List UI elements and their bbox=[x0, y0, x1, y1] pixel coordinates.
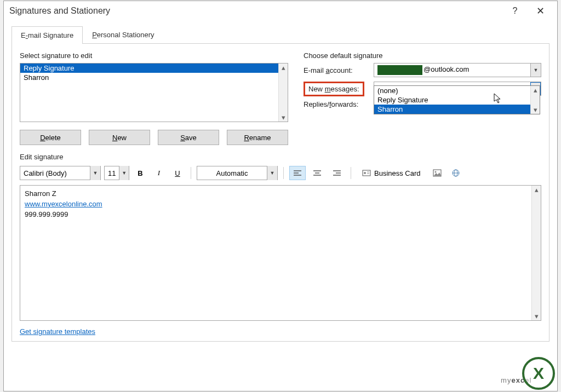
separator bbox=[351, 167, 351, 179]
signatures-dialog: Signatures and Stationery ? ✕ E-mail Sig… bbox=[3, 1, 558, 391]
watermark-badge: X bbox=[522, 357, 555, 390]
format-toolbar: Calibri (Body) ▼ 11 ▼ B I U Automatic ▼ bbox=[20, 164, 541, 182]
new-messages-label: New messages: bbox=[304, 85, 374, 93]
scroll-down-icon[interactable]: ▾ bbox=[282, 113, 285, 122]
scroll-up-icon[interactable]: ▴ bbox=[534, 86, 537, 94]
svg-point-14 bbox=[434, 171, 436, 173]
edit-signature-label: Edit signature bbox=[20, 153, 541, 161]
business-card-button[interactable]: Business Card bbox=[357, 166, 426, 180]
redacted-block bbox=[377, 65, 422, 75]
separator bbox=[191, 167, 191, 179]
signature-editor[interactable]: Sharron Z www.myexcelonline.com 999.999.… bbox=[20, 186, 531, 320]
watermark: myexcel bbox=[501, 364, 532, 388]
business-card-icon bbox=[362, 169, 371, 177]
signature-listbox[interactable]: Reply Signature Sharron ▴ ▾ bbox=[20, 63, 288, 122]
close-button[interactable]: ✕ bbox=[528, 2, 553, 20]
underline-button[interactable]: U bbox=[170, 166, 185, 180]
chevron-down-icon[interactable]: ▼ bbox=[267, 166, 277, 180]
font-family-combo[interactable]: Calibri (Body) ▼ bbox=[20, 166, 101, 180]
picture-icon bbox=[433, 169, 442, 177]
email-account-value: @outlook.com bbox=[374, 65, 530, 75]
select-signature-label: Select signature to edit bbox=[20, 51, 288, 60]
choose-default-label: Choose default signature bbox=[304, 51, 541, 60]
dropdown-option-sharron[interactable]: Sharron bbox=[374, 105, 530, 114]
new-messages-dropdown-list[interactable]: (none) Reply Signature Sharron ▴ ▾ bbox=[374, 85, 540, 114]
font-color-combo[interactable]: Automatic ▼ bbox=[197, 166, 278, 180]
listbox-scrollbar[interactable]: ▴ ▾ bbox=[278, 64, 288, 122]
signature-link[interactable]: www.myexcelonline.com bbox=[25, 200, 102, 208]
titlebar: Signatures and Stationery ? ✕ bbox=[4, 1, 557, 21]
insert-hyperlink-button[interactable] bbox=[448, 166, 463, 180]
chevron-down-icon[interactable]: ▼ bbox=[530, 64, 541, 77]
delete-button[interactable]: Delete bbox=[20, 130, 81, 145]
list-item[interactable]: Reply Signature bbox=[20, 64, 278, 73]
email-account-label: E-mail account: bbox=[304, 66, 374, 74]
new-button[interactable]: New bbox=[89, 130, 150, 145]
dialog-title: Signatures and Stationery bbox=[9, 6, 110, 16]
bold-button[interactable]: B bbox=[133, 166, 148, 180]
align-right-button[interactable] bbox=[329, 166, 345, 180]
tab-personal-stationery[interactable]: Personal Stationery bbox=[83, 26, 163, 43]
replies-forwards-label: Replies/forwards: bbox=[304, 100, 374, 108]
tabstrip: E-mail Signature Personal Stationery bbox=[12, 25, 549, 44]
globe-icon bbox=[451, 169, 460, 177]
italic-button[interactable]: I bbox=[151, 166, 167, 180]
scroll-down-icon[interactable]: ▾ bbox=[535, 312, 539, 320]
dropdown-scrollbar[interactable]: ▴ ▾ bbox=[530, 86, 540, 114]
email-account-dropdown[interactable]: @outlook.com ▼ bbox=[374, 63, 541, 77]
chevron-down-icon[interactable]: ▼ bbox=[90, 166, 100, 180]
scroll-down-icon[interactable]: ▾ bbox=[534, 106, 537, 114]
scroll-up-icon[interactable]: ▴ bbox=[282, 64, 285, 72]
help-button[interactable]: ? bbox=[502, 2, 528, 20]
dropdown-option-reply[interactable]: Reply Signature bbox=[374, 95, 530, 105]
scroll-up-icon[interactable]: ▴ bbox=[535, 186, 539, 194]
insert-picture-button[interactable] bbox=[430, 166, 445, 180]
tab-email-signature[interactable]: E-mail Signature bbox=[12, 26, 83, 44]
align-center-button[interactable] bbox=[309, 166, 325, 180]
get-templates-link[interactable]: Get signature templates bbox=[20, 327, 95, 336]
align-left-button[interactable] bbox=[289, 166, 306, 180]
separator bbox=[283, 167, 284, 179]
footer-link-row: Get signature templates bbox=[20, 327, 541, 336]
signature-phone: 999.999.9999 bbox=[25, 210, 527, 220]
signature-editor-wrap: Sharron Z www.myexcelonline.com 999.999.… bbox=[20, 185, 541, 321]
editor-scrollbar[interactable]: ▴ ▾ bbox=[531, 186, 541, 320]
svg-point-10 bbox=[364, 172, 366, 174]
rename-button[interactable]: Rename bbox=[227, 130, 288, 145]
list-item[interactable]: Sharron bbox=[20, 73, 278, 82]
signature-name: Sharron Z bbox=[25, 189, 527, 199]
font-size-combo[interactable]: 11 ▼ bbox=[104, 166, 129, 180]
save-button[interactable]: Save bbox=[158, 130, 219, 145]
dropdown-option-none[interactable]: (none) bbox=[374, 86, 530, 95]
chevron-down-icon[interactable]: ▼ bbox=[119, 166, 129, 180]
